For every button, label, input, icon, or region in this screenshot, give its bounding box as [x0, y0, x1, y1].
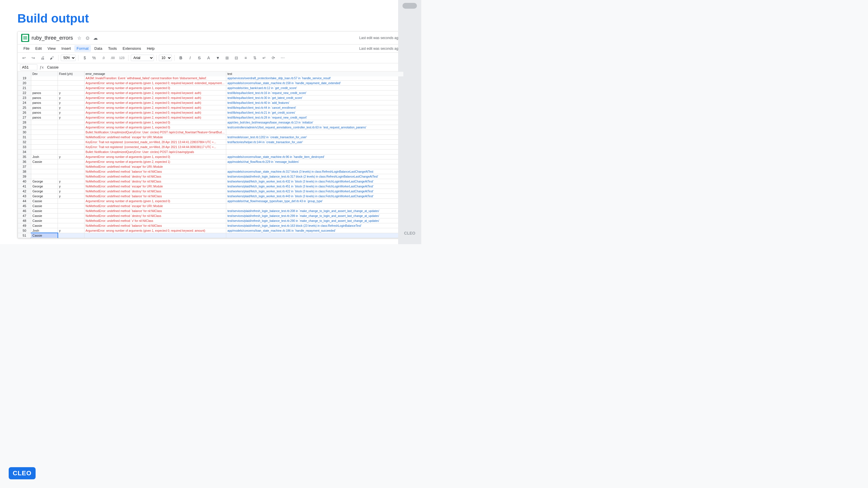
cell-dev[interactable]: [31, 140, 58, 144]
cell-error[interactable]: ArgumentError: wrong number of arguments…: [84, 125, 226, 130]
cell-fixed[interactable]: y: [58, 189, 84, 194]
cell-dev[interactable]: Cassie: [31, 204, 58, 208]
cell-error[interactable]: KeyError: Trait not registered: {connect…: [84, 140, 226, 144]
cell-dev[interactable]: Cassie: [31, 208, 58, 214]
cell-test[interactable]: test/workers/plaid/fetch_login_worker_te…: [226, 179, 404, 184]
table-row[interactable]: 33KeyError: Trait not registered: {conne…: [18, 144, 404, 150]
zoom-select[interactable]: 50% 75% 100%: [61, 55, 76, 61]
cell-fixed[interactable]: y: [58, 115, 84, 120]
cell-test[interactable]: [226, 164, 404, 169]
cell-dev[interactable]: [31, 120, 58, 125]
table-row[interactable]: 27panosyArgumentError: wrong number of a…: [18, 115, 404, 120]
table-row[interactable]: 28ArgumentError: wrong number of argumen…: [18, 120, 404, 125]
table-row[interactable]: 24panosyArgumentError: wrong number of a…: [18, 100, 404, 105]
cell-fixed[interactable]: y: [58, 228, 84, 233]
cell-error[interactable]: NoMethodError: undefined method `v' for …: [84, 218, 226, 223]
cell-dev[interactable]: Cassie: [31, 159, 58, 164]
cell-error[interactable]: NoMethodError: undefined method `destroy…: [84, 174, 226, 179]
cell-test[interactable]: test/services/plaid/refresh_login_balanc…: [226, 218, 404, 223]
menu-view[interactable]: View: [45, 45, 58, 52]
cell-dev[interactable]: [31, 86, 58, 91]
cell-fixed[interactable]: [58, 164, 84, 169]
cell-test[interactable]: app/models/concerns/loan_state_machine.r…: [226, 81, 404, 86]
valign-button[interactable]: ⇅: [251, 54, 259, 62]
italic-button[interactable]: I: [186, 54, 194, 62]
print-button[interactable]: 🖨: [38, 54, 46, 62]
cell-error[interactable]: ArgumentError: wrong number of arguments…: [84, 81, 226, 86]
cell-fixed[interactable]: [58, 144, 84, 150]
format-number-button[interactable]: 123: [118, 54, 126, 62]
cell-fixed[interactable]: [58, 233, 84, 238]
cell-ref-input[interactable]: [20, 64, 37, 70]
cell-error[interactable]: ArgumentError: wrong number of arguments…: [84, 159, 226, 164]
cell-test[interactable]: test/services/plaid/refresh_login_balanc…: [226, 174, 404, 179]
table-row[interactable]: 44CassieArgumentError: wrong number of a…: [18, 199, 404, 204]
strikethrough-button[interactable]: S: [195, 54, 204, 62]
cell-error[interactable]: Bullet::Notification::UnoptimizedQueryEr…: [84, 130, 226, 135]
cell-error[interactable]: ArgumentError: wrong number of arguments…: [84, 91, 226, 95]
cell-error[interactable]: NoMethodError: undefined method `balance…: [84, 223, 226, 228]
table-row[interactable]: 41GeorgeyNoMethodError: undefined method…: [18, 184, 404, 189]
cell-test[interactable]: app/models/concerns/loan_state_machine.r…: [226, 228, 404, 233]
cell-dev[interactable]: [31, 130, 58, 135]
cell-dev[interactable]: Cassie: [31, 223, 58, 228]
decimal-less-button[interactable]: .00: [108, 54, 117, 62]
menu-file[interactable]: File: [21, 45, 32, 52]
table-row[interactable]: 40GeorgeyNoMethodError: undefined method…: [18, 179, 404, 184]
cell-error[interactable]: NoMethodError: undefined method `balance…: [84, 169, 226, 174]
cell-error[interactable]: ArgumentError: wrong number of arguments…: [84, 155, 226, 159]
currency-button[interactable]: $: [81, 54, 89, 62]
star-icon[interactable]: ☆: [76, 35, 82, 41]
cell-dev[interactable]: [31, 125, 58, 130]
cell-error[interactable]: NoMethodError: undefined method `escape'…: [84, 204, 226, 208]
undo-button[interactable]: ↩: [20, 54, 28, 62]
table-row[interactable]: 46CassieNoMethodError: undefined method …: [18, 208, 404, 214]
cell-error[interactable]: ArgumentError: wrong number of arguments…: [84, 100, 226, 105]
table-row[interactable]: 51Cassie: [18, 233, 404, 238]
cell-test[interactable]: test/lib/equifax/client_test.rb:30 in `g…: [226, 95, 404, 100]
rotate-button[interactable]: ⟳: [269, 54, 277, 62]
cell-fixed[interactable]: y: [58, 184, 84, 189]
cell-test[interactable]: test/workers/plaid/fetch_login_worker_te…: [226, 184, 404, 189]
cell-dev[interactable]: [31, 135, 58, 140]
cell-dev[interactable]: [31, 164, 58, 169]
menu-data[interactable]: Data: [92, 45, 104, 52]
cell-fixed[interactable]: [58, 159, 84, 164]
table-row[interactable]: 22panosyArgumentError: wrong number of a…: [18, 91, 404, 95]
cell-test[interactable]: app/services/overdraft_protection/take_d…: [226, 76, 404, 81]
cell-test[interactable]: test/workers/plaid/fetch_login_worker_te…: [226, 194, 404, 199]
cell-error[interactable]: [84, 233, 226, 238]
cell-error[interactable]: ArgumentError: wrong number of arguments…: [84, 199, 226, 204]
cell-test[interactable]: test/lib/equifax/client_test.rb:16 in `r…: [226, 91, 404, 95]
formula-input[interactable]: [46, 65, 401, 70]
cell-fixed[interactable]: [58, 223, 84, 228]
cell-dev[interactable]: George: [31, 179, 58, 184]
cell-test[interactable]: test/workers/plaid/fetch_login_worker_te…: [226, 189, 404, 194]
cell-dev[interactable]: panos: [31, 115, 58, 120]
cell-test[interactable]: test/factories/helper.rb:144 in `create_…: [226, 140, 404, 144]
cell-test[interactable]: test/lib/equifax/client_test.rb:40 in `a…: [226, 100, 404, 105]
menu-tools[interactable]: Tools: [105, 45, 119, 52]
cell-test[interactable]: [226, 150, 404, 155]
table-row[interactable]: 23panosyArgumentError: wrong number of a…: [18, 95, 404, 100]
borders-button[interactable]: ⊞: [223, 54, 231, 62]
cell-dev[interactable]: [31, 76, 58, 81]
cell-error[interactable]: NoMethodError: undefined method `escape'…: [84, 164, 226, 169]
cell-dev[interactable]: George: [31, 194, 58, 199]
cell-error[interactable]: NoMethodError: undefined method `destroy…: [84, 189, 226, 194]
cell-test[interactable]: app/cleo_bot/cleo_bot/messages/base_mess…: [226, 120, 404, 125]
more-button[interactable]: ⋯: [279, 54, 287, 62]
cell-dev[interactable]: Josh: [31, 155, 58, 159]
cell-dev[interactable]: panos: [31, 110, 58, 115]
cell-test[interactable]: app/models/cleo_bank/card.rb:12 in `get_…: [226, 86, 404, 91]
table-row[interactable]: 25panosyArgumentError: wrong number of a…: [18, 105, 404, 110]
cell-test[interactable]: [226, 233, 404, 238]
table-row[interactable]: 42GeorgeyNoMethodError: undefined method…: [18, 189, 404, 194]
cell-dev[interactable]: Cassie: [31, 218, 58, 223]
text-color-button[interactable]: A: [205, 54, 213, 62]
table-row[interactable]: 20ArgumentError: wrong number of argumen…: [18, 81, 404, 86]
cloud-icon[interactable]: ☁: [93, 35, 98, 41]
cell-fixed[interactable]: [58, 208, 84, 214]
cell-fixed[interactable]: [58, 174, 84, 179]
cell-dev[interactable]: [31, 81, 58, 86]
